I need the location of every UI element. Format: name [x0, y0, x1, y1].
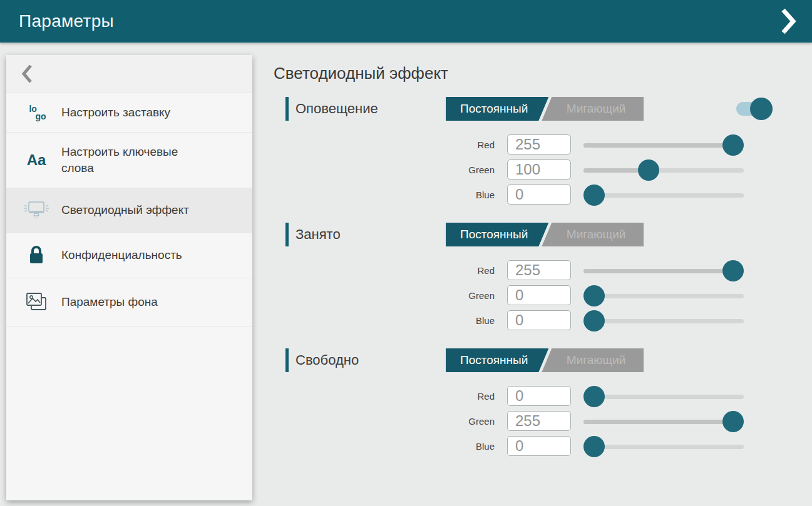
sidebar-item-list: logoНастроить заставкуAaНастроить ключев…: [6, 93, 252, 326]
section-header: ЗанятоМигающийПостоянный: [252, 223, 812, 248]
blue-value-input[interactable]: [507, 310, 571, 330]
display-icon: [21, 200, 51, 221]
collapse-panel-button[interactable]: [773, 6, 803, 36]
sidebar-item-label: Светодиодный эффект: [61, 202, 189, 218]
channel-label: Green: [432, 285, 495, 306]
red-slider[interactable]: [583, 386, 744, 407]
lock-icon: [21, 244, 51, 266]
mode-blinking-button[interactable]: Мигающий: [548, 97, 644, 121]
page-title: Параметры: [19, 0, 114, 43]
section-accent-bar: [285, 223, 289, 246]
sidebar-item-label: Параметры фона: [61, 294, 158, 310]
channel-label: Red: [432, 134, 495, 156]
mode-toggle: МигающийПостоянный: [446, 348, 644, 372]
channel-rows: RedGreenBlue: [252, 386, 812, 461]
slider-thumb[interactable]: [583, 436, 605, 457]
sidebar-item-background[interactable]: Параметры фона: [6, 278, 252, 326]
section-title: Свободно: [296, 348, 359, 372]
green-value-input[interactable]: [507, 411, 571, 431]
channel-label: Green: [432, 411, 495, 432]
sidebar-item-splash[interactable]: logoНастроить заставку: [6, 93, 252, 133]
mode-solid-button[interactable]: Постоянный: [446, 223, 548, 246]
slider-track: [583, 445, 744, 449]
switch-knob: [750, 98, 773, 120]
led-enable-switch[interactable]: [736, 98, 773, 120]
channel-rows: RedGreenBlue: [252, 134, 812, 210]
sidebar-item-privacy[interactable]: Конфиденциальность: [6, 233, 252, 278]
slider-track: [583, 319, 744, 323]
sidebar-item-label: Конфиденциальность: [61, 247, 182, 263]
chevron-left-icon: [21, 64, 33, 84]
sidebar: logoНастроить заставкуAaНастроить ключев…: [6, 55, 252, 500]
blue-slider[interactable]: [583, 185, 744, 206]
red-value-input[interactable]: [507, 386, 571, 406]
blue-channel-row: Blue: [252, 310, 812, 331]
section-busy: ЗанятоМигающийПостоянныйRedGreenBlue: [252, 223, 812, 348]
slider-track: [583, 395, 744, 399]
blue-slider[interactable]: [583, 310, 744, 331]
logo-icon: logo: [21, 105, 51, 120]
sidebar-item-led[interactable]: Светодиодный эффект: [6, 188, 252, 233]
mode-solid-button[interactable]: Постоянный: [446, 348, 548, 372]
green-value-input[interactable]: [507, 285, 571, 305]
section-header: СвободноМигающийПостоянный: [252, 348, 812, 373]
blue-value-input[interactable]: [507, 436, 571, 456]
blue-value-input[interactable]: [507, 185, 571, 205]
slider-fill: [583, 420, 733, 424]
mode-solid-button[interactable]: Постоянный: [446, 97, 548, 121]
mode-blinking-button[interactable]: Мигающий: [548, 348, 644, 372]
slider-thumb[interactable]: [583, 310, 605, 331]
main-content: Светодиодный эффект ОповещениеМигающийПо…: [252, 43, 812, 506]
slider-thumb[interactable]: [583, 185, 605, 206]
slider-track: [583, 294, 744, 298]
slider-thumb[interactable]: [583, 386, 605, 407]
section-title: Занято: [296, 223, 341, 246]
channel-label: Blue: [432, 310, 495, 331]
green-channel-row: Green: [252, 411, 812, 432]
channel-label: Blue: [432, 185, 495, 206]
section-title: Оповещение: [296, 97, 378, 121]
blue-slider[interactable]: [583, 436, 744, 457]
mode-toggle: МигающийПостоянный: [446, 97, 644, 121]
section-alert: ОповещениеМигающийПостоянныйRedGreenBlue: [252, 97, 812, 222]
top-bar: Параметры: [0, 0, 812, 43]
section-accent-bar: [285, 348, 289, 372]
red-slider[interactable]: [583, 260, 744, 281]
channel-label: Green: [432, 159, 495, 181]
chevron-right-icon: [780, 8, 796, 35]
sidebar-item-label: Настроить заставку: [61, 104, 170, 121]
red-channel-row: Red: [252, 386, 812, 407]
aa-icon: Aa: [21, 151, 51, 169]
slider-thumb[interactable]: [722, 411, 744, 432]
section-accent-bar: [285, 97, 289, 121]
channel-label: Red: [432, 260, 495, 281]
slider-thumb[interactable]: [638, 159, 659, 181]
green-value-input[interactable]: [507, 159, 571, 180]
green-slider[interactable]: [583, 411, 744, 432]
red-channel-row: Red: [252, 134, 812, 156]
slider-track: [583, 193, 744, 198]
green-slider[interactable]: [583, 285, 744, 306]
section-header: ОповещениеМигающийПостоянный: [252, 97, 812, 122]
images-icon: [21, 290, 51, 315]
channel-rows: RedGreenBlue: [252, 260, 812, 335]
red-value-input[interactable]: [507, 134, 571, 154]
green-channel-row: Green: [252, 159, 812, 181]
slider-fill: [583, 269, 733, 273]
mode-blinking-button[interactable]: Мигающий: [548, 223, 644, 246]
slider-thumb[interactable]: [583, 285, 605, 306]
sidebar-item-label: Настроить ключевые слова: [61, 144, 205, 176]
green-channel-row: Green: [252, 285, 812, 306]
slider-fill: [583, 143, 733, 148]
red-slider[interactable]: [583, 134, 744, 156]
slider-thumb[interactable]: [722, 134, 744, 156]
sidebar-back-button[interactable]: [6, 55, 252, 93]
blue-channel-row: Blue: [252, 436, 812, 457]
sidebar-item-keywords[interactable]: AaНастроить ключевые слова: [6, 133, 252, 188]
red-value-input[interactable]: [507, 260, 571, 280]
blue-channel-row: Blue: [252, 185, 812, 206]
channel-label: Blue: [432, 436, 495, 457]
slider-thumb[interactable]: [722, 260, 744, 281]
green-slider[interactable]: [583, 159, 744, 181]
channel-label: Red: [432, 386, 495, 407]
